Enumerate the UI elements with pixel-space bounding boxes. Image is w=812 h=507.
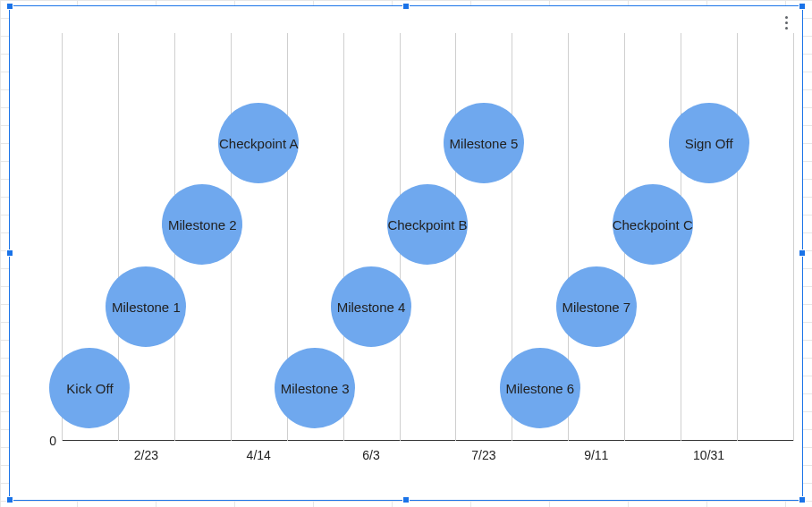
x-axis-tick-label: 4/14 [247,448,271,462]
x-axis-tick-label: 7/23 [471,448,495,462]
resize-handle-nw[interactable] [6,3,13,10]
resize-handle-n[interactable] [402,3,410,10]
sheet-gridline [0,0,812,1]
chart-more-button[interactable] [777,12,795,33]
bubble-point[interactable] [106,266,186,347]
bubble-point[interactable] [218,103,299,183]
bubble-point[interactable] [669,103,749,183]
plot-area[interactable]: Kick OffMilestone 1Milestone 2Checkpoint… [62,33,793,441]
resize-handle-sw[interactable] [6,496,13,503]
bubble-point[interactable] [613,184,693,265]
sheet-gridline [0,0,1,507]
bubble-point[interactable] [387,184,468,265]
more-vertical-icon [785,21,788,24]
x-axis-line [62,440,793,441]
bubble-point[interactable] [331,266,411,347]
x-axis-tick-label: 2/23 [134,448,158,462]
bubble-point[interactable] [500,348,580,428]
bubble-point[interactable] [49,348,130,428]
x-axis-tick-label: 10/31 [693,448,724,462]
x-axis-tick-label: 6/3 [362,448,379,462]
bubble-point[interactable] [444,103,524,183]
resize-handle-se[interactable] [799,496,806,503]
plot-gridline [737,33,738,441]
plot-gridline [793,33,794,441]
resize-handle-ne[interactable] [799,3,806,10]
x-axis-tick-label: 9/11 [584,448,608,462]
more-vertical-icon [785,16,788,19]
bubble-point[interactable] [275,348,355,428]
bubble-point[interactable] [556,266,637,347]
y-axis-tick-label: 0 [49,434,56,448]
chart-object[interactable]: Kick OffMilestone 1Milestone 2Checkpoint… [9,5,803,501]
resize-handle-s[interactable] [402,496,410,503]
resize-handle-e[interactable] [799,249,806,257]
resize-handle-w[interactable] [6,249,13,257]
more-vertical-icon [785,27,788,30]
bubble-point[interactable] [162,184,242,265]
